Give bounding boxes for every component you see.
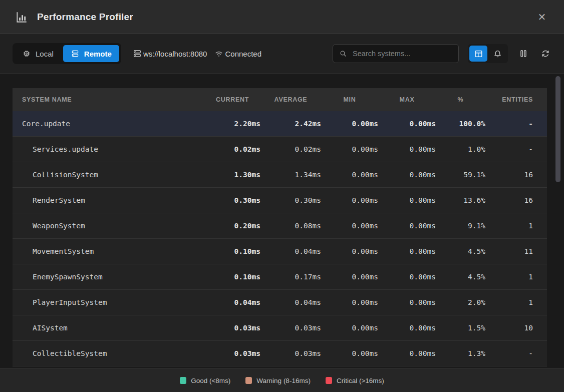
performance-profiler-window: Performance Profiler ✕ Local Re: [0, 0, 564, 392]
min-cell: 0.00ms: [321, 324, 378, 332]
percent-cell: 100.0%: [436, 120, 485, 128]
average-cell: 0.03ms: [260, 324, 321, 332]
refresh-icon: [540, 49, 550, 59]
table-row[interactable]: WeaponSystem 0.20ms 0.08ms 0.00ms 0.00ms…: [13, 213, 547, 239]
table-row[interactable]: Core.update 2.20ms 2.42ms 0.00ms 0.00ms …: [13, 111, 547, 137]
max-cell: 0.00ms: [378, 120, 436, 128]
column-header-min[interactable]: MIN: [321, 96, 378, 103]
max-cell: 0.00ms: [378, 145, 436, 153]
min-cell: 0.00ms: [321, 298, 378, 306]
column-header-current[interactable]: CURRENT: [204, 96, 260, 103]
system-name-cell: CollectibleSystem: [22, 349, 204, 357]
system-name-cell: EnemySpawnSystem: [22, 273, 204, 281]
legend-label: Warning (8-16ms): [256, 377, 311, 384]
average-cell: 0.08ms: [260, 222, 321, 230]
column-header-max[interactable]: MAX: [378, 96, 436, 103]
close-button[interactable]: ✕: [534, 9, 550, 25]
entities-cell: 1: [485, 222, 533, 230]
local-tab-label: Local: [36, 50, 54, 58]
column-header-average[interactable]: AVERAGE: [260, 96, 321, 103]
page-title: Performance Profiler: [37, 12, 133, 23]
legend-label: Good (<8ms): [191, 377, 230, 384]
table-row[interactable]: AISystem 0.03ms 0.03ms 0.00ms 0.00ms 1.5…: [13, 315, 547, 341]
bell-icon: [493, 49, 502, 59]
current-cell: 0.03ms: [204, 349, 260, 357]
percent-cell: 13.6%: [436, 196, 485, 204]
average-cell: 1.34ms: [260, 171, 321, 179]
average-cell: 0.03ms: [260, 349, 321, 357]
server-icon: [71, 49, 80, 58]
system-name-cell: RenderSystem: [22, 196, 204, 204]
local-tab-button[interactable]: Local: [15, 45, 61, 62]
min-cell: 0.00ms: [321, 120, 378, 128]
source-toggle-group: Local Remote: [13, 43, 121, 64]
legend-color-swatch: [245, 377, 252, 384]
titlebar: Performance Profiler ✕: [0, 0, 564, 34]
vertical-scrollbar-thumb[interactable]: [555, 76, 560, 182]
table-row[interactable]: MovementSystem 0.10ms 0.04ms 0.00ms 0.00…: [13, 239, 547, 264]
table-row[interactable]: Services.update 0.02ms 0.02ms 0.00ms 0.0…: [13, 137, 547, 162]
remote-tab-button[interactable]: Remote: [63, 45, 119, 62]
current-cell: 0.03ms: [204, 324, 260, 332]
max-cell: 0.00ms: [378, 349, 436, 357]
min-cell: 0.00ms: [321, 247, 378, 255]
search-icon: [339, 50, 348, 58]
table-row[interactable]: PlayerInputSystem 0.04ms 0.04ms 0.00ms 0…: [13, 290, 547, 315]
cpu-icon: [22, 49, 31, 58]
table-area: SYSTEM NAME CURRENT AVERAGE MIN MAX % EN…: [0, 74, 564, 368]
entities-cell: -: [485, 349, 533, 357]
table-row[interactable]: EnemySpawnSystem 0.10ms 0.17ms 0.00ms 0.…: [13, 264, 547, 290]
pause-icon: [518, 49, 528, 59]
system-name-cell: CollisionSystem: [22, 171, 204, 179]
max-cell: 0.00ms: [378, 298, 436, 306]
table-row[interactable]: CollectibleSystem 0.03ms 0.03ms 0.00ms 0…: [13, 341, 547, 366]
connection-info: ws://localhost:8080 Connected: [132, 49, 261, 59]
percent-cell: 1.0%: [436, 145, 485, 153]
legend-footer: Good (<8ms) Warning (8-16ms) Critical (>…: [0, 368, 564, 392]
table-view-button[interactable]: [469, 46, 487, 62]
min-cell: 0.00ms: [321, 145, 378, 153]
table-header: SYSTEM NAME CURRENT AVERAGE MIN MAX % EN…: [13, 88, 547, 111]
bar-chart-icon: [15, 11, 28, 24]
current-cell: 0.10ms: [204, 247, 260, 255]
alerts-button[interactable]: [488, 46, 506, 62]
view-toggle-group: [468, 44, 508, 63]
toolbar-right: [333, 44, 552, 63]
max-cell: 0.00ms: [378, 222, 436, 230]
legend-item: Critical (>16ms): [326, 377, 384, 384]
max-cell: 0.00ms: [378, 273, 436, 281]
average-cell: 0.30ms: [260, 196, 321, 204]
table-row[interactable]: CollisionSystem 1.30ms 1.34ms 0.00ms 0.0…: [13, 162, 547, 188]
legend-color-swatch: [180, 377, 186, 384]
max-cell: 0.00ms: [378, 247, 436, 255]
column-header-percent[interactable]: %: [436, 96, 485, 103]
pause-button[interactable]: [517, 47, 530, 60]
percent-cell: 9.1%: [436, 222, 485, 230]
server-icon: [132, 49, 142, 59]
column-header-system-name[interactable]: SYSTEM NAME: [22, 96, 204, 103]
table-row[interactable]: RenderSystem 0.30ms 0.30ms 0.00ms 0.00ms…: [13, 188, 547, 213]
current-cell: 1.30ms: [204, 171, 260, 179]
percent-cell: 4.5%: [436, 273, 485, 281]
system-name-cell: Services.update: [22, 145, 204, 153]
entities-cell: 16: [485, 196, 533, 204]
entities-cell: 1: [485, 273, 533, 281]
search-input[interactable]: [353, 50, 452, 58]
toolbar: Local Remote ws://localhost:8080: [0, 34, 564, 74]
refresh-button[interactable]: [539, 47, 552, 60]
column-header-entities[interactable]: ENTITIES: [485, 96, 533, 103]
current-cell: 0.20ms: [204, 222, 260, 230]
entities-cell: -: [485, 120, 533, 128]
average-cell: 2.42ms: [260, 120, 321, 128]
entities-cell: 16: [485, 171, 533, 179]
percent-cell: 1.5%: [436, 324, 485, 332]
entities-cell: 11: [485, 247, 533, 255]
average-cell: 0.17ms: [260, 273, 321, 281]
min-cell: 0.00ms: [321, 349, 378, 357]
percent-cell: 1.3%: [436, 349, 485, 357]
entities-cell: 10: [485, 324, 533, 332]
legend-item: Good (<8ms): [180, 377, 230, 384]
system-name-cell: AISystem: [22, 324, 204, 332]
table-body: Core.update 2.20ms 2.42ms 0.00ms 0.00ms …: [13, 111, 547, 366]
system-name-cell: MovementSystem: [22, 247, 204, 255]
